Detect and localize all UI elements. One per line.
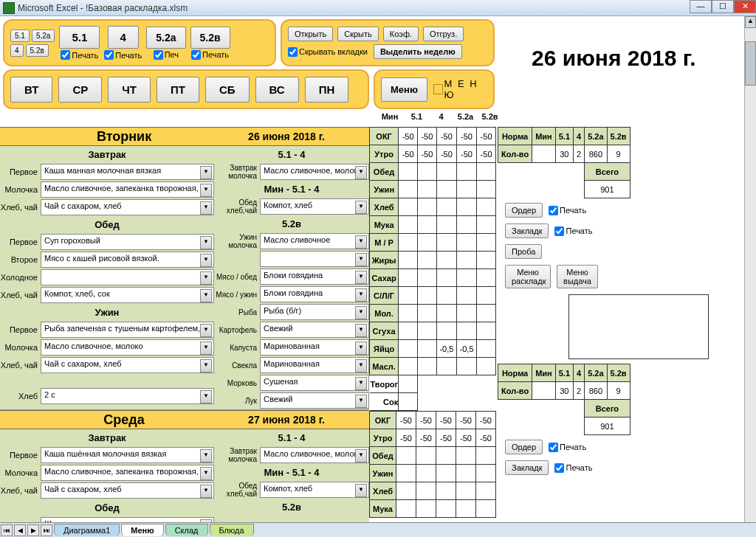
- sel2-r-butter[interactable]: Масло сливочное, молок: [260, 447, 369, 463]
- tab-storage[interactable]: Склад: [165, 524, 208, 536]
- panel-days: ВТ СР ЧТ ПТ СБ ВС ПН: [3, 69, 369, 109]
- vertical-scrollbar[interactable]: ▲: [744, 16, 756, 522]
- window-title: Microsoft Excel - !Базовая раскладка.xls…: [18, 3, 188, 13]
- section-breakfast: Завтрак: [0, 146, 214, 163]
- print-check-4[interactable]: Печать: [191, 50, 229, 60]
- menu-check[interactable]: М Е Н Ю: [433, 78, 487, 100]
- day-wed[interactable]: СР: [58, 77, 102, 103]
- sel-r-potato[interactable]: Свежий: [260, 322, 369, 338]
- nutrition-table-1: ОКГ-50-50-50-50-50 Утро-50-50-50-50-50 О…: [369, 127, 496, 411]
- sel-r-carrot[interactable]: Сушеная: [260, 375, 369, 391]
- left-content: Вторник 26 июня 2018 г. Завтрак ПервоеКа…: [0, 127, 369, 522]
- sel-b-bread[interactable]: Чай с сахаром, хлеб: [41, 199, 214, 215]
- close-button[interactable]: ✕: [734, 0, 756, 13]
- tab-next-icon[interactable]: ▶: [27, 524, 39, 536]
- mini-4[interactable]: 4: [10, 44, 24, 57]
- totals-table-1: НормаМин5.145.2а5.2в Кол-во3028609 Всего…: [498, 127, 630, 198]
- sel-d-milk[interactable]: Масло сливочное, молоко: [41, 339, 214, 356]
- day-sun[interactable]: ВС: [255, 77, 299, 103]
- order-print-check[interactable]: Печать: [549, 206, 586, 215]
- tab-last-icon[interactable]: ⏭: [41, 524, 52, 536]
- maximize-button[interactable]: ☐: [712, 0, 734, 13]
- sel-r-beet[interactable]: Маринованная: [260, 357, 369, 373]
- menu-button[interactable]: Меню: [381, 77, 427, 102]
- sel-r-butter2[interactable]: Масло сливочное: [260, 233, 369, 249]
- day-header-tue: Вторник 26 июня 2018 г.: [0, 127, 369, 146]
- mini-5.2a[interactable]: 5.2а: [32, 30, 55, 42]
- excel-icon: [3, 2, 15, 14]
- panel-actions: Открыть Скрыть Коэф. Отгруз. Скрывать вк…: [281, 19, 495, 66]
- preview-box: [568, 294, 709, 359]
- coef-button[interactable]: Коэф.: [383, 27, 419, 41]
- minimize-button[interactable]: —: [690, 0, 712, 13]
- sel-r-compote[interactable]: Компот, хлеб: [260, 198, 369, 215]
- day-mon[interactable]: ПН: [305, 77, 349, 103]
- sel-b-first[interactable]: Каша манная молочная вязкая: [41, 164, 214, 180]
- scroll-up-icon[interactable]: ▲: [745, 16, 756, 28]
- sel-l-bread[interactable]: Компот, хлеб, сок: [41, 287, 214, 303]
- print-check-1[interactable]: Печать: [61, 50, 98, 60]
- bookmark-print-check-2[interactable]: Печать: [554, 463, 592, 473]
- sel-l-first[interactable]: Суп гороховый: [41, 234, 214, 250]
- hide-button[interactable]: Скрыть: [337, 27, 379, 41]
- select-week-button[interactable]: Выделить неделю: [374, 44, 462, 59]
- totals-table-2: НормаМин5.145.2а5.2в Кол-во3028609 Всего…: [498, 364, 630, 435]
- tab-diagram[interactable]: Диаграмма1: [54, 524, 120, 536]
- sel-r-beef1[interactable]: Блоки говядина: [260, 268, 369, 285]
- titlebar: Microsoft Excel - !Базовая раскладка.xls…: [0, 0, 756, 16]
- btn-5.2a[interactable]: 5.2а: [146, 27, 185, 49]
- btn-5.1[interactable]: 5.1: [59, 26, 100, 49]
- sel-r-cabbage[interactable]: Маринованная: [260, 339, 369, 356]
- sel-l-second[interactable]: Мясо с кашей рисовой вязкой.: [41, 252, 214, 268]
- open-button[interactable]: Открыть: [288, 27, 333, 41]
- btn-5.2v[interactable]: 5.2в: [190, 27, 230, 49]
- worksheet-area: 5.1 5.2а 4 5.2в 5.1 Печать 4 Печать 5.2а…: [0, 16, 744, 522]
- day-fri[interactable]: ПТ: [157, 77, 199, 103]
- bookmark-button-2[interactable]: Закладк: [505, 460, 549, 475]
- right-content: НормаМин5.145.2а5.2в Кол-во3028609 Всего…: [498, 127, 744, 481]
- bookmark-print-check[interactable]: Печать: [554, 226, 592, 236]
- sel-r-butter[interactable]: Масло сливочное, молок: [260, 164, 369, 180]
- scroll-thumb[interactable]: [745, 41, 756, 86]
- menu-layout-button[interactable]: Меню раскладк: [505, 265, 551, 288]
- sel-r-onion[interactable]: Свежий: [260, 392, 369, 409]
- order-button-2[interactable]: Ордер: [505, 440, 543, 454]
- day-thu[interactable]: ЧТ: [108, 77, 151, 103]
- print-check-3[interactable]: Печ: [154, 50, 179, 60]
- tab-menu[interactable]: Меню: [121, 524, 163, 536]
- sel-d-bread[interactable]: Чай с сахаром, хлеб: [41, 357, 214, 373]
- sel-r-beef2[interactable]: Блоки говядина: [260, 286, 369, 302]
- ship-button[interactable]: Отгруз.: [423, 27, 464, 41]
- sel-l-cold[interactable]: [41, 269, 214, 285]
- order-button[interactable]: Ордер: [505, 203, 543, 218]
- bookmark-button[interactable]: Закладк: [505, 224, 549, 238]
- sel-bread[interactable]: 2 с: [41, 388, 214, 404]
- tab-prev-icon[interactable]: ◀: [14, 524, 26, 536]
- hidetabs-check[interactable]: Скрывать вкладки: [288, 47, 368, 57]
- sel2-l-first[interactable]: Щи,: [41, 517, 214, 522]
- tab-first-icon[interactable]: ⏮: [1, 524, 13, 536]
- mid-col-headers: Мин 5.1 4 5.2а 5.2в: [375, 112, 502, 121]
- order-print-check-2[interactable]: Печать: [549, 443, 586, 452]
- menu-serve-button[interactable]: Меню выдача: [557, 265, 598, 288]
- section-lunch: Обед: [0, 216, 214, 233]
- sel2-b-first[interactable]: Каша пшённая молочная вязкая: [41, 447, 214, 463]
- sel-b-milk[interactable]: Масло сливочное, запеканка творожная,: [41, 181, 214, 198]
- mid-table-area: ОКГ-50-50-50-50-50 Утро-50-50-50-50-50 О…: [369, 127, 496, 518]
- mini-5.2v[interactable]: 5.2в: [26, 44, 49, 57]
- mini-5.1[interactable]: 5.1: [10, 30, 30, 42]
- sel2-b-milk[interactable]: Масло сливочное, запеканка творожная,: [41, 465, 214, 481]
- sel2-r-compote[interactable]: Компот, хлеб: [260, 482, 369, 498]
- btn-4[interactable]: 4: [108, 26, 139, 49]
- day-tue[interactable]: ВТ: [10, 77, 52, 103]
- sel2-b-bread[interactable]: Чай с сахаром, хлеб: [41, 482, 214, 499]
- sel-r-fish[interactable]: Рыба (б/г): [260, 304, 369, 320]
- sel-d-first[interactable]: Рыба запеченая с тушеным картофелем,: [41, 322, 214, 338]
- tab-dishes[interactable]: Блюда: [210, 524, 254, 536]
- sample-button[interactable]: Проба: [505, 244, 542, 259]
- print-check-2[interactable]: Печать: [104, 50, 142, 60]
- panel-groups: 5.1 5.2а 4 5.2в 5.1 Печать 4 Печать 5.2а…: [3, 19, 276, 66]
- sel-r-empty[interactable]: [260, 251, 369, 267]
- day-sat[interactable]: СБ: [205, 77, 250, 103]
- page-title-date: 26 июня 2018 г.: [532, 46, 696, 71]
